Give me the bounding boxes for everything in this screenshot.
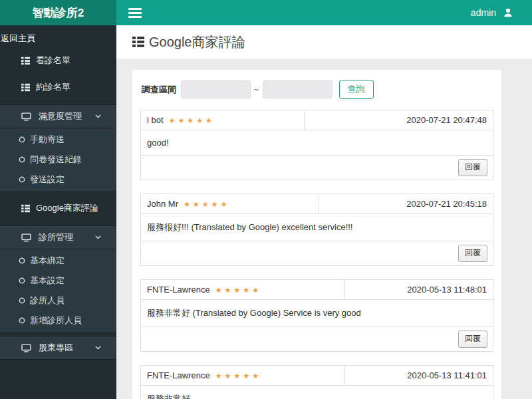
circle-icon — [19, 176, 25, 183]
app-title: 智動診所2 — [33, 5, 84, 21]
sidebar-subitem-basic-binding[interactable]: 基本綁定 — [0, 251, 116, 271]
content-header: Google商家評論 — [116, 25, 532, 59]
th-list-icon — [21, 204, 30, 213]
search-button[interactable]: 查詢 — [339, 80, 374, 99]
review-header-cell: i bot★★★★★ — [141, 110, 305, 130]
reviewer-name: FNTE-Lawrence — [147, 285, 210, 295]
star-icon: ★ — [169, 116, 176, 124]
circle-icon — [19, 257, 25, 264]
star-icon: ★ — [252, 286, 259, 294]
circle-icon — [19, 277, 25, 284]
main-content: Google商家評論 調查區間 ~ 查詢 i bot★★★★★ 2020-07-… — [116, 25, 532, 399]
page-title: Google商家評論 — [132, 33, 245, 51]
review-text: good! — [141, 130, 493, 156]
star-icon: ★ — [184, 200, 190, 208]
star-rating: ★★★★★ — [169, 116, 215, 124]
sidebar: 返回主頁 看診名單 約診名單 滿意度管理 手動寄送 — [0, 25, 116, 399]
sidebar-subitem-send-settings[interactable]: 發送設定 — [0, 170, 116, 190]
sidebar-subitem-clinic-staff[interactable]: 診所人員 — [0, 291, 116, 311]
star-icon: ★ — [243, 286, 249, 294]
date-from-input[interactable] — [181, 80, 251, 98]
hamburger-menu-icon[interactable] — [123, 2, 147, 24]
sidebar-tree-shareholders: 股東專區 — [0, 336, 116, 360]
sidebar-subitem-label: 基本綁定 — [30, 255, 65, 267]
star-rating: ★★★★★ — [184, 200, 229, 208]
sidebar-item-google-reviews[interactable]: Google商家評論 — [0, 195, 116, 221]
star-icon: ★ — [205, 116, 212, 124]
star-icon: ★ — [233, 286, 240, 294]
th-list-icon — [21, 57, 30, 65]
sidebar-home-link[interactable]: 返回主頁 — [0, 25, 116, 47]
star-rating: ★★★★★ — [215, 286, 261, 294]
reviews-card: 調查區間 ~ 查詢 i bot★★★★★ 2020-07-21 20:47:48… — [132, 70, 501, 399]
review-date: 2020-07-21 20:45:18 — [319, 194, 493, 214]
reviewer-name: FNTE-Lawrence — [147, 370, 210, 380]
star-icon: ★ — [202, 200, 209, 208]
review-card: FNTE-Lawrence★★★★★ 2020-05-13 11:41:01 服… — [140, 365, 493, 399]
desktop-icon — [21, 344, 31, 352]
reply-button[interactable]: 回覆 — [458, 159, 487, 176]
sidebar-item-label: 診所管理 — [39, 231, 73, 243]
star-icon: ★ — [178, 116, 184, 124]
sidebar-subitem-survey-send-log[interactable]: 問卷發送紀錄 — [0, 150, 116, 170]
star-icon: ★ — [225, 286, 231, 294]
sidebar-item-shareholder-zone[interactable]: 股東專區 — [0, 336, 116, 360]
sidebar-subitem-label: 發送設定 — [30, 174, 65, 186]
star-icon: ★ — [225, 372, 231, 380]
sidebar-item-clinic-management[interactable]: 診所管理 — [0, 225, 116, 249]
reviewer-name: John Mr — [147, 199, 178, 209]
star-icon: ★ — [187, 116, 194, 124]
review-card: i bot★★★★★ 2020-07-21 20:47:48 good! 回覆 — [140, 110, 493, 180]
sidebar-subitem-add-clinic-staff[interactable]: 新增診所人員 — [0, 311, 116, 331]
filter-row: 調查區間 ~ 查詢 — [142, 80, 493, 99]
th-list-icon — [21, 83, 30, 92]
review-text: 服務非常好 (Translated by Google) Service is … — [141, 300, 493, 327]
circle-icon — [19, 156, 25, 163]
circle-icon — [19, 317, 25, 324]
reply-button[interactable]: 回覆 — [458, 245, 487, 262]
star-icon: ★ — [220, 200, 227, 208]
chevron-down-icon — [95, 346, 101, 350]
sidebar-item-label: 滿意度管理 — [39, 110, 82, 122]
sidebar-subitem-label: 診所人員 — [30, 295, 65, 307]
sidebar-item-label: 看診名單 — [36, 55, 70, 66]
user-menu[interactable]: admin — [471, 7, 513, 18]
sidebar-subitem-label: 手動寄送 — [30, 134, 65, 146]
sidebar-item-label: Google商家評論 — [36, 202, 98, 214]
circle-icon — [19, 136, 25, 143]
sidebar-item-satisfaction-management[interactable]: 滿意度管理 — [0, 104, 116, 128]
star-icon: ★ — [211, 200, 218, 208]
app-logo[interactable]: 智動診所2 — [0, 0, 116, 25]
star-icon: ★ — [243, 372, 249, 380]
submenu-clinic-management: 基本綁定 基本設定 診所人員 新增診所人員 — [0, 249, 116, 332]
desktop-icon — [21, 112, 31, 121]
sidebar-item-clinic-list[interactable]: 看診名單 — [0, 47, 116, 74]
star-icon: ★ — [233, 372, 240, 380]
th-list-icon — [132, 36, 144, 48]
sidebar-subitem-label: 問卷發送紀錄 — [30, 154, 82, 166]
review-date: 2020-07-21 20:47:48 — [304, 110, 493, 130]
review-actions-cell: 回覆 — [141, 156, 493, 180]
date-to-input[interactable] — [263, 80, 332, 98]
review-date: 2020-05-13 11:48:01 — [344, 280, 493, 300]
sidebar-subitem-basic-settings[interactable]: 基本設定 — [0, 271, 116, 291]
desktop-icon — [21, 233, 31, 242]
review-card: FNTE-Lawrence★★★★★ 2020-05-13 11:48:01 服… — [140, 279, 493, 352]
sidebar-item-appointment-list[interactable]: 約診名單 — [0, 74, 116, 100]
review-header-cell: FNTE-Lawrence★★★★★ — [141, 366, 345, 386]
reply-button[interactable]: 回覆 — [458, 331, 487, 348]
review-header-cell: John Mr★★★★★ — [141, 194, 319, 214]
star-rating: ★★★★★ — [215, 372, 261, 380]
username-label: admin — [471, 7, 496, 18]
sidebar-subitem-label: 新增診所人員 — [30, 315, 82, 327]
star-icon: ★ — [215, 286, 222, 294]
review-date: 2020-05-13 11:41:01 — [345, 366, 493, 386]
top-navbar: admin — [116, 0, 532, 25]
reviewer-name: i bot — [147, 115, 164, 125]
sidebar-subitem-manual-send[interactable]: 手動寄送 — [0, 130, 116, 150]
chevron-down-icon — [95, 235, 101, 239]
date-range-label: 調查區間 — [142, 84, 176, 96]
review-text: 服務很好!!! (Translated by Google) excellent… — [141, 214, 493, 241]
review-actions-cell: 回覆 — [141, 327, 493, 352]
review-header-cell: FNTE-Lawrence★★★★★ — [141, 280, 345, 300]
